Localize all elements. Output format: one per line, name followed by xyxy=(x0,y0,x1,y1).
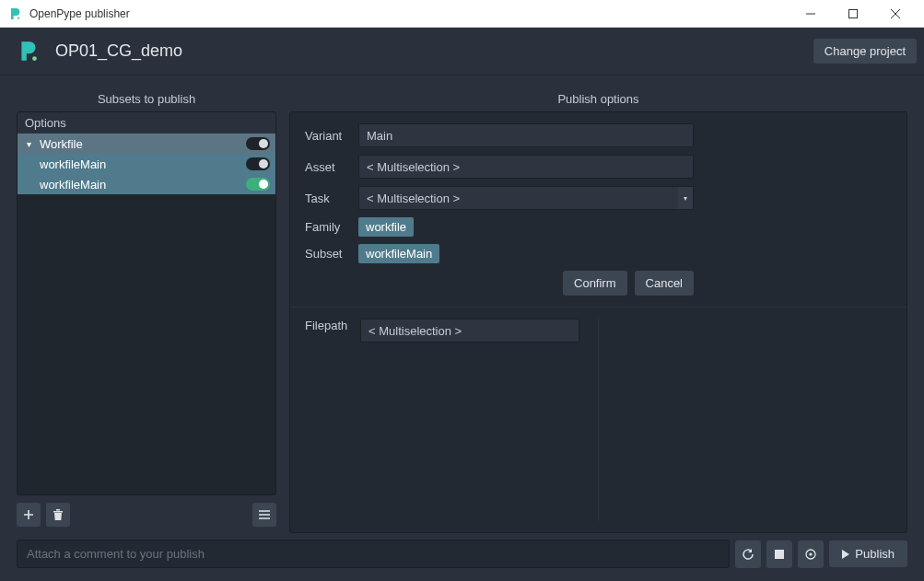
divider-vertical xyxy=(598,319,599,521)
variant-input[interactable] xyxy=(358,123,694,147)
reset-button[interactable] xyxy=(735,540,761,568)
asset-input[interactable] xyxy=(358,155,694,179)
maximize-button[interactable] xyxy=(832,0,874,28)
change-project-button[interactable]: Change project xyxy=(813,39,917,64)
play-icon xyxy=(842,550,849,559)
svg-point-0 xyxy=(18,17,20,19)
app-body: OP01_CG_demo Change project Subsets to p… xyxy=(0,28,924,581)
svg-point-5 xyxy=(810,552,813,555)
subset-label: workfileMain xyxy=(40,178,246,192)
subset-item[interactable]: workfileMain xyxy=(18,154,275,174)
filepath-section: Filepath xyxy=(305,319,892,521)
app-header: OP01_CG_demo Change project xyxy=(0,28,924,76)
chevron-down-icon: ▾ xyxy=(27,139,38,149)
subsets-panel: Subsets to publish Options ▾ Workfile wo… xyxy=(17,92,276,527)
toggle-switch[interactable] xyxy=(246,137,270,150)
task-label: Task xyxy=(305,192,358,205)
footer: Publish xyxy=(0,534,924,581)
trash-icon xyxy=(53,509,64,521)
target-icon xyxy=(804,548,817,561)
asset-row: Asset xyxy=(305,155,892,179)
close-button[interactable] xyxy=(874,0,917,28)
project-name: OP01_CG_demo xyxy=(55,41,813,61)
options-header: Options xyxy=(18,112,275,134)
filepath-label: Filepath xyxy=(305,319,360,332)
publish-options-box: Variant Asset Task < Multiselection > ▾ xyxy=(289,111,907,533)
subsets-box: Options ▾ Workfile workfileMain xyxy=(17,111,276,495)
window-titlebar: OpenPype publisher xyxy=(0,0,924,28)
refresh-icon xyxy=(742,548,754,561)
subset-row: Subset workfileMain xyxy=(305,244,892,263)
task-select[interactable]: < Multiselection > ▾ xyxy=(358,186,694,210)
main-content: Subsets to publish Options ▾ Workfile wo… xyxy=(0,76,924,534)
variant-label: Variant xyxy=(305,129,358,143)
subset-list: ▾ Workfile workfileMain workfileMain xyxy=(18,134,275,494)
publish-button[interactable]: Publish xyxy=(829,540,907,567)
subset-label: Subset xyxy=(305,247,358,261)
publish-options-panel: Publish options Variant Asset Task < Mul… xyxy=(289,92,907,527)
toggle-switch[interactable] xyxy=(246,178,270,191)
chevron-down-icon: ▾ xyxy=(678,187,693,209)
subsets-toolbar xyxy=(17,503,276,527)
subset-item[interactable]: workfileMain xyxy=(18,174,275,194)
divider xyxy=(290,307,906,308)
hamburger-icon xyxy=(259,510,270,519)
add-button[interactable] xyxy=(17,503,41,527)
family-badge: workfile xyxy=(358,217,414,237)
publish-label: Publish xyxy=(855,547,895,561)
stop-button[interactable] xyxy=(766,540,792,568)
validate-button[interactable] xyxy=(798,540,824,568)
window-title: OpenPype publisher xyxy=(29,7,789,20)
window-controls xyxy=(789,0,917,28)
svg-rect-3 xyxy=(775,550,784,559)
app-icon xyxy=(7,6,22,21)
confirm-row: Confirm Cancel xyxy=(305,271,694,296)
delete-button[interactable] xyxy=(46,503,70,527)
family-label: Family xyxy=(305,220,358,234)
comment-input[interactable] xyxy=(17,540,730,568)
variant-row: Variant xyxy=(305,123,892,147)
task-value: < Multiselection > xyxy=(367,192,460,205)
task-row: Task < Multiselection > ▾ xyxy=(305,186,892,210)
confirm-button[interactable]: Confirm xyxy=(563,271,627,296)
subsets-title: Subsets to publish xyxy=(17,92,276,106)
toggle-switch[interactable] xyxy=(246,157,270,170)
svg-rect-1 xyxy=(849,9,858,17)
logo-icon xyxy=(17,40,41,64)
svg-point-2 xyxy=(32,56,37,61)
asset-label: Asset xyxy=(305,160,358,174)
subset-label: Workfile xyxy=(40,137,246,151)
subset-group-workfile[interactable]: ▾ Workfile xyxy=(18,134,275,154)
stop-icon xyxy=(774,549,785,560)
menu-button[interactable] xyxy=(252,503,276,527)
subset-badge: workfileMain xyxy=(358,244,439,263)
filepath-input[interactable] xyxy=(360,319,579,343)
subset-label: workfileMain xyxy=(40,157,246,171)
family-row: Family workfile xyxy=(305,217,892,237)
cancel-button[interactable]: Cancel xyxy=(635,271,694,296)
publish-options-title: Publish options xyxy=(289,92,907,106)
minimize-button[interactable] xyxy=(789,0,832,28)
plus-icon xyxy=(23,509,34,520)
